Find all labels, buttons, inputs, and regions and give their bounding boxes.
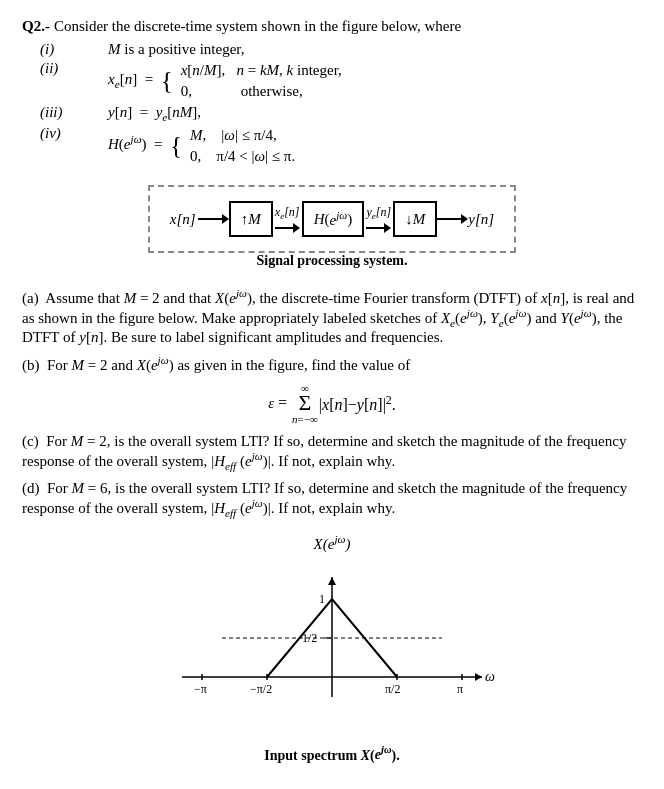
cond-iv-text: H(ejω) = { M, |ω| ≤ π/4, 0, π/4 < |ω| ≤ … [108, 125, 390, 167]
diagram-container: x[n] ↑M xe[n] H(ejω) [22, 185, 642, 279]
sum-body: |x[n]−y[n]|2. [319, 393, 396, 414]
question-intro: Consider the discrete-time system shown … [54, 18, 642, 35]
cond-iii-text: y[n] = ye[nM], [108, 104, 201, 123]
signal-xe: xe[n] [275, 205, 300, 221]
cond-i-text: M is a positive integer, [108, 41, 244, 58]
graph-title: X(ejω) [162, 533, 502, 553]
svg-text:−π/2: −π/2 [250, 682, 272, 696]
cond-iii-label: (iii) [40, 104, 108, 121]
question-label: Q2.- [22, 18, 50, 35]
heff-d: |Heff (ejω)| [211, 500, 271, 516]
part-b-label: (b) [22, 357, 40, 373]
question-header: Q2.- Consider the discrete-time system s… [22, 18, 642, 35]
downsample-block: ↓M [393, 201, 437, 237]
part-d: (d) For M = 6, is the overall system LTI… [22, 480, 642, 519]
svg-text:1: 1 [319, 592, 325, 606]
cond-i-label: (i) [40, 41, 108, 58]
math-epsilon: ε = ∞ Σ n=−∞ |x[n]−y[n]|2. [22, 382, 642, 425]
part-a-label: (a) [22, 290, 39, 306]
part-d-label: (d) [22, 480, 40, 496]
svg-text:π/2: π/2 [385, 682, 400, 696]
signal-yn: y[n] [468, 211, 494, 228]
part-c: (c) For M = 2, is the overall system LTI… [22, 433, 642, 472]
condition-iii: (iii) y[n] = ye[nM], [40, 104, 642, 123]
cond-ii-label: (ii) [40, 60, 108, 77]
graph-container: X(ejω) ω −π −π/2 [22, 533, 642, 764]
diagram-caption: Signal processing system. [256, 253, 407, 269]
cond-ii-text: xe[n] = { x[n/M], n = kM, k integer, 0, … [108, 60, 361, 102]
condition-ii: (ii) xe[n] = { x[n/M], n = kM, k integer… [40, 60, 642, 102]
svg-text:π: π [457, 682, 463, 696]
condition-i: (i) M is a positive integer, [40, 41, 642, 58]
signal-xn: x[n] [170, 211, 196, 228]
part-c-label: (c) [22, 433, 39, 449]
heff-c: |Heff [211, 453, 236, 469]
svg-marker-2 [475, 673, 482, 681]
graph-caption: Input spectrum X(ejω). [162, 745, 502, 764]
svg-marker-3 [328, 577, 336, 585]
condition-iv: (iv) H(ejω) = { M, |ω| ≤ π/4, 0, π/4 < |… [40, 125, 642, 167]
signal-diagram: x[n] ↑M xe[n] H(ejω) [148, 185, 516, 253]
sum-sigma: Σ [299, 394, 312, 413]
input-spectrum-graph: ω −π −π/2 π/2 π 1 1/2 [162, 557, 502, 737]
signal-ye: ye[n] [366, 205, 391, 221]
svg-text:−π: −π [194, 682, 207, 696]
part-a: (a) Assume that M = 2 and that X(ejω), t… [22, 287, 642, 346]
upsample-block: ↑M [229, 201, 273, 237]
svg-text:1/2: 1/2 [302, 631, 317, 645]
svg-text:ω: ω [485, 669, 495, 684]
cond-iv-label: (iv) [40, 125, 108, 142]
epsilon-symbol: ε [268, 395, 274, 412]
filter-block: H(ejω) [302, 201, 365, 237]
sum-bottom: n=−∞ [292, 413, 318, 425]
part-b: (b) For M = 2 and X(ejω) as given in the… [22, 354, 642, 374]
